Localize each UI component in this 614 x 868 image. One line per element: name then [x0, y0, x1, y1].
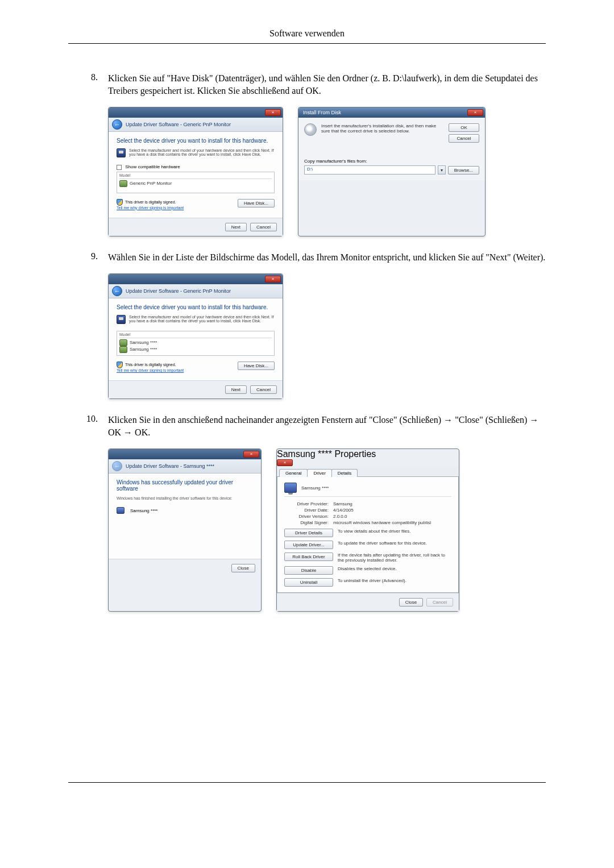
- install-instruction: Insert the manufacturer's installation d…: [321, 123, 444, 134]
- signing-link[interactable]: Tell me why driver signing is important: [117, 206, 184, 210]
- monitor-icon: [119, 346, 127, 353]
- uninstall-desc: To uninstall the driver (Advanced).: [338, 578, 451, 583]
- model-header: Model: [119, 173, 272, 179]
- monitor-icon: [119, 339, 127, 346]
- device-name: Samsung ****: [301, 485, 329, 491]
- back-icon: ←: [112, 461, 122, 471]
- close-icon[interactable]: ×: [265, 276, 281, 283]
- cancel-button[interactable]: Cancel: [250, 385, 277, 394]
- step-number: 8.: [68, 72, 108, 97]
- dialog-title: Samsung **** Properties: [277, 449, 376, 459]
- model-header: Model: [119, 333, 272, 338]
- signing-link[interactable]: Tell me why driver signing is important: [117, 368, 184, 372]
- date-label: Driver Date:: [284, 508, 333, 513]
- breadcrumb: Update Driver Software - Generic PnP Mon…: [126, 122, 231, 127]
- close-icon[interactable]: ×: [265, 109, 281, 116]
- version-label: Driver Version:: [284, 514, 333, 519]
- back-icon[interactable]: ←: [112, 286, 122, 296]
- monitor-icon: [119, 180, 127, 187]
- dialog-title: Install From Disk: [303, 110, 341, 115]
- have-disk-button[interactable]: Have Disk...: [238, 362, 275, 370]
- compat-label: Show compatible hardware: [125, 164, 180, 169]
- model-list[interactable]: Model Generic PnP Monitor: [117, 172, 275, 193]
- dialog-heading: Select the device driver you want to ins…: [117, 138, 275, 144]
- update-driver-button[interactable]: Update Driver...: [284, 541, 333, 549]
- close-icon[interactable]: ×: [467, 109, 483, 116]
- model-item[interactable]: Samsung ****: [130, 347, 157, 352]
- step-text: Klicken Sie in den anschießend nacheinan…: [108, 414, 546, 438]
- tab-details[interactable]: Details: [331, 469, 358, 477]
- properties-dialog: Samsung **** Properties × General Driver…: [276, 448, 459, 612]
- signed-text: This driver is digitally signed.: [125, 363, 176, 367]
- step-number: 10.: [68, 414, 108, 438]
- footer-rule: [68, 782, 546, 783]
- floppy-icon: [117, 315, 126, 324]
- ok-button[interactable]: OK: [449, 123, 479, 132]
- dialog-heading: Windows has successfully updated your dr…: [117, 479, 253, 492]
- next-button[interactable]: Next: [225, 385, 247, 394]
- monitor-icon: [117, 507, 125, 514]
- disc-icon: [304, 123, 317, 136]
- compat-checkbox[interactable]: [117, 165, 122, 170]
- dialog-subtext: Select the manufacturer and model of you…: [129, 315, 275, 324]
- monitor-icon: [284, 483, 297, 493]
- update-driver-desc: To update the driver software for this d…: [338, 541, 451, 546]
- dialog-titlebar: ×: [109, 107, 283, 118]
- provider-value: Samsung: [333, 501, 352, 506]
- breadcrumb: Update Driver Software - Samsung ****: [126, 463, 214, 469]
- chevron-down-icon[interactable]: ▾: [438, 165, 446, 175]
- rollback-driver-desc: If the device fails after updating the d…: [338, 553, 451, 563]
- model-list[interactable]: Model Samsung **** Samsung ****: [117, 331, 275, 356]
- cancel-button[interactable]: Cancel: [250, 223, 277, 231]
- back-icon[interactable]: ←: [112, 119, 122, 130]
- floppy-icon: [117, 148, 126, 157]
- browse-button[interactable]: Browse...: [448, 166, 479, 175]
- model-item[interactable]: Samsung ****: [130, 340, 157, 345]
- dialog-subtext: Select the manufacturer and model of you…: [129, 148, 275, 157]
- signed-text: This driver is digitally signed.: [125, 200, 176, 203]
- signer-value: microsoft windows hardware compatibility…: [333, 520, 431, 525]
- dialog-subtext: Windows has finished installing the driv…: [117, 496, 253, 500]
- driver-details-button[interactable]: Driver Details: [284, 529, 333, 537]
- close-icon[interactable]: ×: [277, 459, 293, 466]
- disable-button[interactable]: Disable: [284, 566, 333, 575]
- step-text: Klicken Sie auf "Have Disk" (Datenträger…: [108, 72, 546, 97]
- breadcrumb: Update Driver Software - Generic PnP Mon…: [126, 288, 231, 294]
- version-value: 2.0.0.0: [333, 514, 347, 519]
- shield-icon: [117, 199, 123, 206]
- update-driver-dialog-2: × ← Update Driver Software - Generic PnP…: [108, 273, 283, 399]
- tab-driver[interactable]: Driver: [307, 469, 331, 477]
- path-input[interactable]: D:\: [304, 165, 435, 175]
- uninstall-button[interactable]: Uninstall: [284, 578, 333, 587]
- tab-general[interactable]: General: [279, 469, 308, 477]
- dialog-heading: Select the device driver you want to ins…: [117, 304, 275, 310]
- model-item[interactable]: Generic PnP Monitor: [130, 181, 172, 186]
- update-driver-dialog-1: × ← Update Driver Software - Generic PnP…: [108, 107, 283, 236]
- close-button[interactable]: Close: [231, 564, 255, 572]
- cancel-button: Cancel: [426, 598, 453, 607]
- driver-details-desc: To view details about the driver files.: [338, 529, 451, 534]
- close-icon[interactable]: ×: [243, 451, 259, 458]
- shield-icon: [117, 362, 123, 368]
- next-button[interactable]: Next: [225, 223, 247, 231]
- rollback-driver-button[interactable]: Roll Back Driver: [284, 553, 333, 561]
- page-title: Software verwenden: [68, 28, 546, 44]
- install-from-disk-dialog: Install From Disk × Insert the manufactu…: [298, 107, 486, 236]
- step-number: 9.: [68, 251, 108, 264]
- provider-label: Driver Provider:: [284, 501, 333, 506]
- step-text: Wählen Sie in der Liste der Bildschirme …: [108, 251, 546, 264]
- date-value: 4/14/2005: [333, 508, 354, 513]
- update-success-dialog: × ← Update Driver Software - Samsung ***…: [108, 448, 262, 612]
- close-button[interactable]: Close: [399, 598, 423, 607]
- device-name: Samsung ****: [130, 508, 157, 513]
- cancel-button[interactable]: Cancel: [449, 134, 479, 143]
- signer-label: Digital Signer:: [284, 520, 333, 525]
- disable-desc: Disables the selected device.: [338, 566, 451, 571]
- have-disk-button[interactable]: Have Disk...: [238, 199, 275, 207]
- copy-from-label: Copy manufacturer's files from:: [304, 159, 479, 164]
